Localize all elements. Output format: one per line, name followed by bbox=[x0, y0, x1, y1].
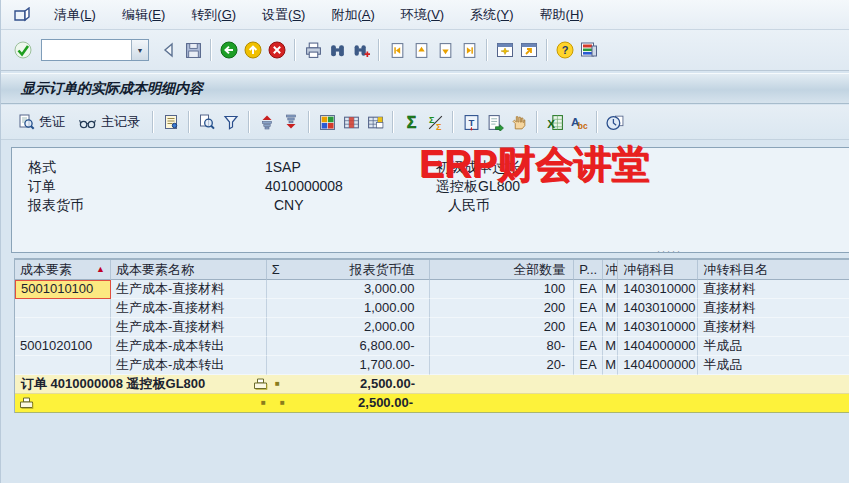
header-offsetting-account-name[interactable]: 冲转科目名 bbox=[698, 260, 849, 280]
customize-layout-icon[interactable] bbox=[577, 38, 601, 62]
find-next-icon[interactable] bbox=[349, 38, 373, 62]
subtotal-icon[interactable]: Σ Σ bbox=[423, 110, 447, 134]
cell-account[interactable]: 1404000000 bbox=[618, 356, 698, 375]
last-page-icon[interactable] bbox=[457, 38, 481, 62]
menu-bar: 清单(L) 编辑(E) 转到(G) 设置(S) 附加(A) 环境(V) 系统(Y… bbox=[1, 0, 849, 30]
performance-clock-icon[interactable] bbox=[603, 110, 627, 134]
cell-cost-element-name[interactable]: 生产成本-成本转出 bbox=[111, 337, 267, 356]
cell-cost-element[interactable] bbox=[15, 318, 111, 337]
cell-unit[interactable]: EA bbox=[574, 280, 603, 299]
command-dropdown-icon[interactable]: ▼ bbox=[131, 40, 148, 60]
command-field[interactable]: ▼ bbox=[41, 39, 149, 61]
cell-offset-flag[interactable]: M bbox=[603, 318, 618, 337]
cell-account[interactable]: 1404000000 bbox=[618, 337, 698, 356]
menu-environment[interactable]: 环境(V) bbox=[388, 3, 457, 27]
cell-value[interactable]: 3,000.00 bbox=[267, 280, 430, 299]
menu-edit[interactable]: 编辑(E) bbox=[109, 3, 178, 27]
system-menu-icon[interactable] bbox=[11, 6, 33, 24]
abc-word-icon[interactable]: A bc bbox=[567, 110, 591, 134]
cell-cost-element-name[interactable]: 生产成本-成本转出 bbox=[111, 356, 267, 375]
word-processing-icon[interactable]: T bbox=[459, 110, 483, 134]
new-session-icon[interactable] bbox=[493, 38, 517, 62]
cancel-icon[interactable] bbox=[265, 38, 289, 62]
find-icon[interactable] bbox=[325, 38, 349, 62]
header-cost-element[interactable]: 成本要素 ▲ bbox=[15, 260, 111, 280]
menu-system[interactable]: 系统(Y) bbox=[457, 3, 526, 27]
next-page-icon[interactable] bbox=[433, 38, 457, 62]
cell-unit[interactable]: EA bbox=[574, 299, 603, 318]
cell-value[interactable]: 1,000.00 bbox=[267, 299, 430, 318]
sort-ascending-icon[interactable] bbox=[255, 110, 279, 134]
cell-cost-element[interactable]: 5001010100 bbox=[15, 280, 111, 299]
excel-icon[interactable]: X bbox=[543, 110, 567, 134]
first-page-icon[interactable] bbox=[385, 38, 409, 62]
cell-cost-element[interactable] bbox=[15, 356, 111, 375]
splitter-dots-handle[interactable]: ····· bbox=[657, 246, 682, 256]
cell-unit[interactable]: EA bbox=[574, 356, 603, 375]
cell-value[interactable]: 2,000.00 bbox=[267, 318, 430, 337]
cell-account-name[interactable]: 直接材料 bbox=[698, 280, 849, 299]
create-shortcut-icon[interactable] bbox=[517, 38, 541, 62]
cell-account-name[interactable]: 半成品 bbox=[698, 356, 849, 375]
export-icon[interactable] bbox=[483, 110, 507, 134]
header-cost-element-name[interactable]: 成本要素名称 bbox=[111, 260, 267, 280]
save-icon[interactable] bbox=[181, 38, 205, 62]
cell-account-name[interactable]: 直接材料 bbox=[698, 299, 849, 318]
header-unit[interactable]: P... bbox=[574, 260, 603, 280]
cell-cost-element[interactable] bbox=[15, 299, 111, 318]
cell-offset-flag[interactable]: M bbox=[603, 280, 618, 299]
menu-settings[interactable]: 设置(S) bbox=[249, 3, 318, 27]
cell-unit[interactable]: EA bbox=[574, 318, 603, 337]
cell-quantity[interactable]: 80- bbox=[430, 337, 575, 356]
cell-quantity[interactable]: 100 bbox=[430, 280, 575, 299]
choose-layout-icon[interactable] bbox=[315, 110, 339, 134]
cell-cost-element-name[interactable]: 生产成本-直接材料 bbox=[111, 318, 267, 337]
cell-offset-flag[interactable]: M bbox=[603, 356, 618, 375]
cell-cost-element[interactable]: 5001020100 bbox=[15, 337, 111, 356]
master-record-button[interactable]: 主记录 bbox=[72, 109, 147, 135]
cell-value[interactable]: 1,700.00- bbox=[267, 356, 430, 375]
grand-total-row[interactable]: ■ ■ 2,500.00- bbox=[15, 394, 849, 413]
detail-icon[interactable] bbox=[159, 110, 183, 134]
sum-icon[interactable]: Σ bbox=[399, 110, 423, 134]
search-icon[interactable] bbox=[195, 110, 219, 134]
menu-help[interactable]: 帮助(H) bbox=[527, 3, 597, 27]
command-input[interactable] bbox=[42, 41, 131, 59]
header-report-currency-value[interactable]: Σ 报表货币值 bbox=[267, 260, 430, 280]
cell-offset-flag[interactable]: M bbox=[603, 299, 618, 318]
cell-cost-element-name[interactable]: 生产成本-直接材料 bbox=[111, 299, 267, 318]
cell-account[interactable]: 1403010000 bbox=[618, 280, 698, 299]
delete-column-icon[interactable] bbox=[363, 110, 387, 134]
menu-extras[interactable]: 附加(A) bbox=[318, 3, 387, 27]
header-offset-flag[interactable]: 冲 bbox=[603, 260, 618, 280]
exit-icon[interactable] bbox=[241, 38, 265, 62]
enter-check-icon[interactable] bbox=[11, 38, 35, 62]
print-icon[interactable] bbox=[301, 38, 325, 62]
cell-account-name[interactable]: 半成品 bbox=[698, 337, 849, 356]
filter-icon[interactable] bbox=[219, 110, 243, 134]
back-icon[interactable] bbox=[217, 38, 241, 62]
insert-column-icon[interactable] bbox=[339, 110, 363, 134]
menu-goto[interactable]: 转到(G) bbox=[178, 3, 249, 27]
voucher-button[interactable]: 凭证 bbox=[11, 109, 72, 135]
cell-offset-flag[interactable]: M bbox=[603, 337, 618, 356]
cell-value[interactable]: 6,800.00- bbox=[267, 337, 430, 356]
cell-quantity[interactable]: 200 bbox=[430, 299, 575, 318]
subtotal-row[interactable]: 订单 4010000008 遥控板GL800 ■ 2,500.00- bbox=[15, 375, 849, 394]
prev-page-icon[interactable] bbox=[409, 38, 433, 62]
cell-account-name[interactable]: 直接材料 bbox=[698, 318, 849, 337]
cell-quantity[interactable]: 20- bbox=[430, 356, 575, 375]
header-total-quantity[interactable]: 全部数量 bbox=[430, 260, 575, 280]
sort-descending-icon[interactable] bbox=[279, 110, 303, 134]
collapse-left-icon[interactable] bbox=[157, 38, 181, 62]
help-icon[interactable]: ? bbox=[553, 38, 577, 62]
header-offsetting-account[interactable]: 冲销科目 bbox=[618, 260, 698, 280]
cell-cost-element-name[interactable]: 生产成本-直接材料 bbox=[111, 280, 267, 299]
choose-detail-icon[interactable] bbox=[507, 110, 531, 134]
menu-list[interactable]: 清单(L) bbox=[41, 3, 109, 27]
cell-unit[interactable]: EA bbox=[574, 337, 603, 356]
cell-account[interactable]: 1403010000 bbox=[618, 299, 698, 318]
cell-account[interactable]: 1403010000 bbox=[618, 318, 698, 337]
cell-quantity[interactable]: 200 bbox=[430, 318, 575, 337]
master-record-label: 主记录 bbox=[101, 113, 140, 131]
